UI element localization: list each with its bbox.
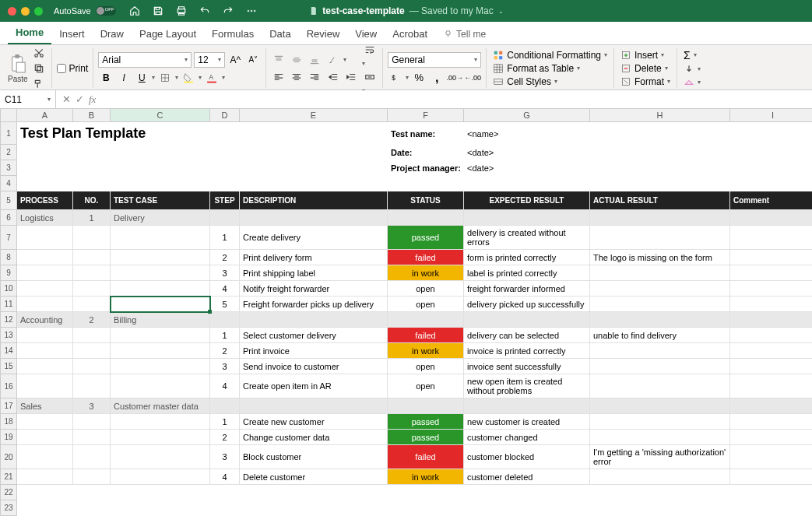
format-painter-icon[interactable] [31, 77, 47, 91]
underline-button[interactable]: U [134, 71, 149, 85]
print-icon[interactable] [174, 4, 189, 18]
row-head[interactable]: 10 [0, 281, 17, 297]
align-middle-icon[interactable] [289, 53, 304, 67]
cell[interactable] [111, 343, 210, 359]
align-top-icon[interactable] [271, 53, 286, 67]
status-badge[interactable]: open [388, 281, 464, 297]
row-head[interactable]: 6 [0, 210, 17, 226]
group-process[interactable]: Sales [17, 398, 73, 414]
fill-button[interactable]: ▾ [682, 63, 702, 75]
row-head[interactable]: 8 [0, 250, 17, 265]
col-head-I[interactable]: I [730, 109, 812, 122]
increase-font-icon[interactable]: A^ [227, 53, 243, 67]
cell[interactable] [111, 281, 210, 297]
increase-indent-icon[interactable] [343, 70, 359, 84]
col-head-B[interactable]: B [73, 109, 111, 122]
step-description[interactable]: Send invoice to customer [240, 359, 388, 374]
status-badge[interactable]: in work [388, 469, 464, 485]
row-head[interactable]: 11 [0, 297, 17, 312]
row-head[interactable]: 9 [0, 265, 17, 281]
cell[interactable] [111, 328, 210, 343]
percent-icon[interactable]: % [411, 71, 427, 85]
tab-home[interactable]: Home [8, 22, 51, 44]
align-center-icon[interactable] [289, 70, 304, 84]
cell[interactable] [111, 226, 210, 250]
tab-data[interactable]: Data [262, 23, 298, 44]
tab-formulas[interactable]: Formulas [204, 23, 262, 44]
spreadsheet-grid[interactable]: ABCDEFGHI1Test Plan TemplateTest name:<n… [0, 109, 812, 516]
cell[interactable] [111, 359, 210, 374]
conditional-formatting-button[interactable]: Conditional Formatting▾ [491, 49, 609, 61]
decrease-decimal-icon[interactable]: ←.00 [465, 71, 480, 85]
autosave-switch[interactable] [96, 6, 116, 16]
step-description[interactable]: Print shipping label [240, 265, 388, 281]
enter-formula-icon[interactable]: ✓ [76, 93, 84, 106]
paste-button[interactable]: Paste [8, 54, 28, 83]
group-process[interactable]: Accounting [17, 312, 73, 328]
bold-button[interactable]: B [98, 71, 114, 85]
increase-decimal-icon[interactable]: .00→ [447, 71, 462, 85]
meta-testname-value[interactable]: <name> [464, 122, 590, 145]
insert-function-icon[interactable]: fx [89, 93, 96, 106]
cell[interactable] [111, 469, 210, 485]
step-description[interactable]: Create delivery [240, 226, 388, 250]
align-left-icon[interactable] [271, 70, 286, 84]
decrease-font-icon[interactable]: A˅ [245, 53, 261, 67]
row-head[interactable]: 12 [0, 312, 17, 328]
cell[interactable] [111, 430, 210, 445]
step-description[interactable]: Print invoice [240, 343, 388, 359]
undo-icon[interactable] [197, 4, 213, 18]
row-head[interactable]: 19 [0, 430, 17, 445]
cut-icon[interactable] [31, 46, 47, 60]
document-title[interactable]: test-case-template — Saved to my Mac ⌄ [308, 5, 503, 16]
status-badge[interactable]: in work [388, 265, 464, 281]
row-head[interactable]: 7 [0, 226, 17, 250]
italic-button[interactable]: I [116, 71, 132, 85]
row-head[interactable]: 14 [0, 343, 17, 359]
tab-insert[interactable]: Insert [51, 23, 93, 44]
orientation-icon[interactable] [325, 53, 341, 67]
borders-icon[interactable] [157, 71, 173, 85]
row-head[interactable]: 22 [0, 485, 17, 500]
number-format-select[interactable]: General▾ [388, 52, 481, 68]
step-description[interactable]: Select customer delivery [240, 328, 388, 343]
status-badge[interactable]: failed [388, 250, 464, 265]
insert-cells-button[interactable]: Insert▾ [619, 49, 672, 61]
step-description[interactable]: Block customer [240, 445, 388, 469]
step-description[interactable]: Freight forwarder picks up delivery [240, 297, 388, 312]
tab-acrobat[interactable]: Acrobat [385, 23, 435, 44]
status-badge[interactable]: in work [388, 343, 464, 359]
align-bottom-icon[interactable] [307, 53, 322, 67]
cell[interactable] [111, 374, 210, 398]
fill-color-icon[interactable] [181, 71, 196, 85]
row-head[interactable]: 4 [0, 176, 17, 191]
autosum-button[interactable]: Σ▾ [682, 48, 702, 62]
decrease-indent-icon[interactable] [325, 70, 341, 84]
step-description[interactable]: Change customer data [240, 430, 388, 445]
row-head[interactable]: 18 [0, 414, 17, 430]
status-badge[interactable]: open [388, 374, 464, 398]
col-head-G[interactable]: G [464, 109, 590, 122]
cell[interactable] [111, 265, 210, 281]
col-head-C[interactable]: C [111, 109, 210, 122]
step-description[interactable]: Notify freight forwarder [240, 281, 388, 297]
cell[interactable] [111, 414, 210, 430]
clear-button[interactable]: ▾ [682, 76, 702, 89]
status-badge[interactable]: failed [388, 445, 464, 469]
step-description[interactable]: Create new customer [240, 414, 388, 430]
selected-cell[interactable] [111, 297, 210, 312]
tell-me-search[interactable]: Tell me [435, 24, 494, 44]
name-box[interactable]: C11▾ [0, 90, 56, 108]
tab-pagelayout[interactable]: Page Layout [132, 23, 204, 44]
redo-icon[interactable] [220, 4, 236, 18]
group-process[interactable]: Logistics [17, 210, 73, 226]
row-head[interactable]: 17 [0, 398, 17, 414]
row-head[interactable]: 5 [0, 191, 17, 210]
tab-draw[interactable]: Draw [93, 23, 132, 44]
align-right-icon[interactable] [307, 70, 322, 84]
currency-icon[interactable]: $ [388, 71, 403, 85]
font-size-select[interactable]: 12▾ [194, 52, 225, 68]
cell[interactable] [111, 445, 210, 469]
formula-input[interactable] [102, 90, 812, 108]
col-head-A[interactable]: A [17, 109, 73, 122]
